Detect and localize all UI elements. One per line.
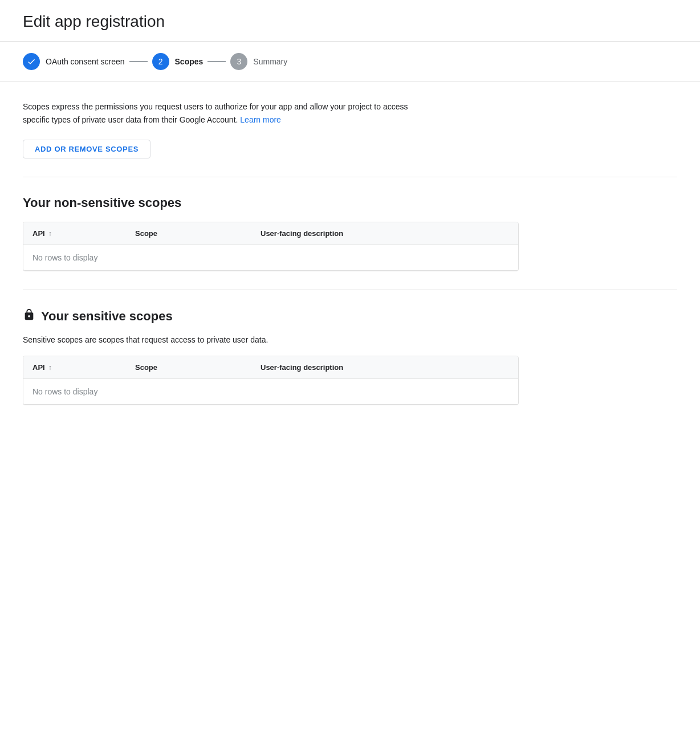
sort-icon-1[interactable]: ↑ — [48, 230, 52, 238]
col-scope-header-1: Scope — [135, 229, 261, 238]
col-api-header-2: API ↑ — [32, 363, 135, 372]
sensitive-table-bottom — [23, 404, 518, 405]
non-sensitive-table-header: API ↑ Scope User-facing description — [23, 222, 518, 245]
step-oauth: OAuth consent screen — [23, 53, 125, 70]
step-3-number: 3 — [237, 57, 241, 66]
page-header: Edit app registration — [0, 0, 700, 42]
sort-icon-2[interactable]: ↑ — [48, 364, 52, 372]
step-2-circle: 2 — [152, 53, 169, 70]
sensitive-subtitle: Sensitive scopes are scopes that request… — [23, 335, 677, 344]
learn-more-link[interactable]: Learn more — [240, 115, 281, 124]
sensitive-title: Your sensitive scopes — [23, 308, 677, 324]
step-connector-2 — [207, 61, 226, 62]
col-description-header-1: User-facing description — [261, 229, 509, 238]
description-text: Scopes express the permissions you reque… — [23, 100, 410, 126]
step-scopes: 2 Scopes — [152, 53, 204, 70]
non-sensitive-title: Your non-sensitive scopes — [23, 196, 677, 210]
step-connector-1 — [129, 61, 148, 62]
sensitive-table: API ↑ Scope User-facing description No r… — [23, 356, 519, 405]
lock-svg — [23, 308, 35, 321]
sensitive-table-header: API ↑ Scope User-facing description — [23, 356, 518, 379]
non-sensitive-table-bottom — [23, 270, 518, 271]
col-api-header-1: API ↑ — [32, 229, 135, 238]
checkmark-icon — [27, 57, 36, 66]
col-scope-header-2: Scope — [135, 363, 261, 372]
step-1-label: OAuth consent screen — [46, 57, 125, 66]
step-2-number: 2 — [158, 57, 163, 66]
non-sensitive-empty-row: No rows to display — [23, 245, 518, 270]
page-title: Edit app registration — [23, 11, 677, 32]
stepper: OAuth consent screen 2 Scopes 3 Summary — [0, 42, 700, 82]
step-3-label: Summary — [253, 57, 287, 66]
step-1-circle — [23, 53, 40, 70]
sensitive-section: Your sensitive scopes Sensitive scopes a… — [23, 308, 677, 405]
lock-icon — [23, 308, 35, 324]
divider-1 — [23, 177, 677, 177]
non-sensitive-section: Your non-sensitive scopes API ↑ Scope Us… — [23, 196, 677, 271]
main-content: Scopes express the permissions you reque… — [0, 82, 700, 442]
sensitive-empty-row: No rows to display — [23, 379, 518, 404]
non-sensitive-table: API ↑ Scope User-facing description No r… — [23, 222, 519, 271]
col-description-header-2: User-facing description — [261, 363, 509, 372]
step-2-label: Scopes — [175, 57, 204, 66]
step-3-circle: 3 — [230, 53, 247, 70]
add-scopes-button[interactable]: ADD OR REMOVE SCOPES — [23, 140, 150, 158]
step-summary: 3 Summary — [230, 53, 287, 70]
divider-2 — [23, 290, 677, 290]
